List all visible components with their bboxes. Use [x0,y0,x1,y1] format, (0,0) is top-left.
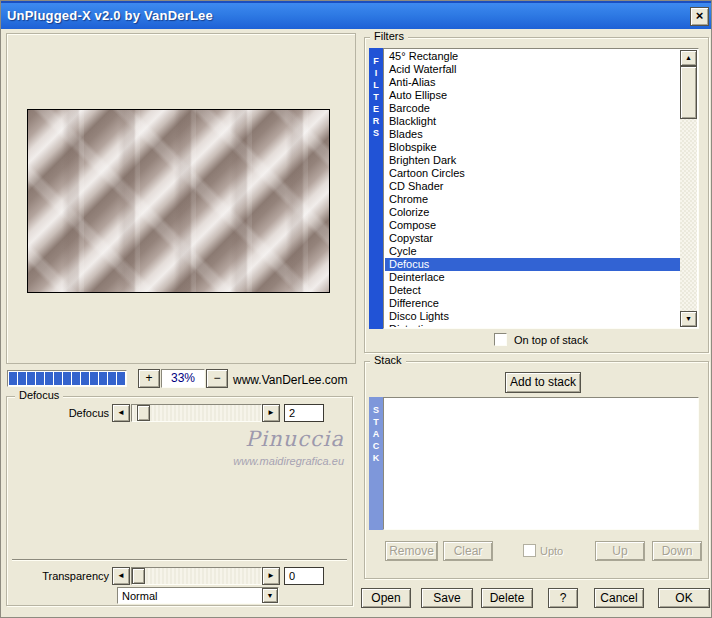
blend-mode-selected: Normal [122,589,157,603]
add-to-stack-button[interactable]: Add to stack [505,372,581,393]
transparency-value-field[interactable]: 0 [284,567,324,585]
filter-item[interactable]: Auto Ellipse [385,89,680,102]
dropdown-arrow-icon[interactable]: ▼ [262,588,278,603]
help-button[interactable]: ? [548,588,578,608]
progress-segment [27,372,35,385]
zoom-level-value: 33% [161,369,205,388]
filter-item[interactable]: Cartoon Circles [385,167,680,180]
scroll-up-icon[interactable]: ▲ [680,50,697,66]
defocus-slider-left-arrow[interactable]: ◄ [112,404,130,422]
filter-item[interactable]: Barcode [385,102,680,115]
progress-segment [18,372,26,385]
stack-group: Stack Add to stack STACK Remove Clear Up… [364,361,709,579]
progress-segment [54,372,62,385]
transparency-slider-label: Transparency [27,570,109,582]
stack-group-title: Stack [370,354,406,366]
plugin-dialog: UnPlugged-X v2.0 by VanDerLee × + 33% − … [0,0,712,618]
stack-vertical-label: STACK [369,397,383,530]
ok-button[interactable]: OK [658,588,710,608]
progress-bar [7,370,127,387]
filter-item[interactable]: Colorize [385,206,680,219]
progress-segment [63,372,71,385]
filter-item[interactable]: Distortion [385,323,680,327]
filter-item[interactable]: 45° Rectangle [385,50,680,63]
defocus-slider-right-arrow[interactable]: ► [262,404,280,422]
filter-item[interactable]: Blobspike [385,141,680,154]
progress-segment [90,372,98,385]
progress-segment [99,372,107,385]
filters-group: Filters FILTERS 45° RectangleAcid Waterf… [364,37,709,353]
window-title: UnPlugged-X v2.0 by VanDerLee [7,8,213,23]
filter-item[interactable]: Anti-Alias [385,76,680,89]
defocus-slider-thumb[interactable] [137,405,150,421]
transparency-slider-track[interactable] [131,567,262,585]
save-button[interactable]: Save [421,588,473,608]
filter-item[interactable]: Acid Waterfall [385,63,680,76]
blend-mode-dropdown[interactable]: Normal ▼ [117,587,279,604]
filters-vertical-label: FILTERS [369,48,383,329]
progress-segment [81,372,89,385]
on-top-of-stack-checkbox[interactable] [494,333,507,346]
transparency-slider-right-arrow[interactable]: ► [262,567,280,585]
on-top-of-stack-label: On top of stack [514,334,588,346]
filter-item[interactable]: Difference [385,297,680,310]
progress-segment [117,372,125,385]
filter-item[interactable]: Blades [385,128,680,141]
filter-item[interactable]: Deinterlace [385,271,680,284]
defocus-group-title: Defocus [15,389,63,401]
preview-image[interactable] [27,109,330,293]
delete-button[interactable]: Delete [481,588,533,608]
progress-segment [45,372,53,385]
transparency-slider-left-arrow[interactable]: ◄ [112,567,130,585]
transparency-slider-thumb[interactable] [132,568,145,584]
filters-group-title: Filters [370,30,408,42]
progress-segment [9,372,17,385]
scrollbar-thumb[interactable] [680,66,697,119]
watermark-name: Pinuccia [245,427,344,451]
progress-segment [108,372,116,385]
close-button[interactable]: × [690,7,709,26]
filter-item[interactable]: Cycle [385,245,680,258]
filter-item[interactable]: Detect [385,284,680,297]
watermark-site: www.maidiregrafica.eu [233,455,344,467]
filter-item[interactable]: Blacklight [385,115,680,128]
defocus-slider-label: Defocus [47,407,109,419]
upto-checkbox[interactable] [523,544,536,557]
upto-checkbox-label: Upto [540,545,563,557]
stack-listbox[interactable] [383,397,699,530]
group-divider [12,559,347,561]
open-button[interactable]: Open [361,588,411,608]
zoom-in-button[interactable]: + [138,369,160,388]
remove-button[interactable]: Remove [385,541,438,561]
zoom-out-button[interactable]: − [206,369,228,388]
clear-button[interactable]: Clear [443,541,493,561]
progress-segment [36,372,44,385]
preview-panel [6,33,356,364]
filter-item[interactable]: Defocus [385,258,680,271]
title-bar: UnPlugged-X v2.0 by VanDerLee × [1,1,712,29]
scroll-down-icon[interactable]: ▼ [680,311,697,327]
filter-scrollbar[interactable]: ▲ ▼ [680,50,697,327]
filter-item[interactable]: Compose [385,219,680,232]
filter-item[interactable]: CD Shader [385,180,680,193]
defocus-group: Defocus Defocus ◄ ► 2 Pinuccia www.maidi… [6,396,353,606]
up-button[interactable]: Up [595,541,645,561]
defocus-slider-track[interactable] [131,404,262,422]
vendor-site-label: www.VanDerLee.com [233,373,348,387]
filter-item[interactable]: Disco Lights [385,310,680,323]
progress-segment [72,372,80,385]
filter-item[interactable]: Copystar [385,232,680,245]
defocus-value-field[interactable]: 2 [284,404,324,422]
filter-item[interactable]: Chrome [385,193,680,206]
filter-list: 45° RectangleAcid WaterfallAnti-AliasAut… [385,50,680,327]
filter-item[interactable]: Brighten Dark [385,154,680,167]
filter-listbox: 45° RectangleAcid WaterfallAnti-AliasAut… [383,48,699,329]
cancel-button[interactable]: Cancel [594,588,644,608]
down-button[interactable]: Down [652,541,702,561]
